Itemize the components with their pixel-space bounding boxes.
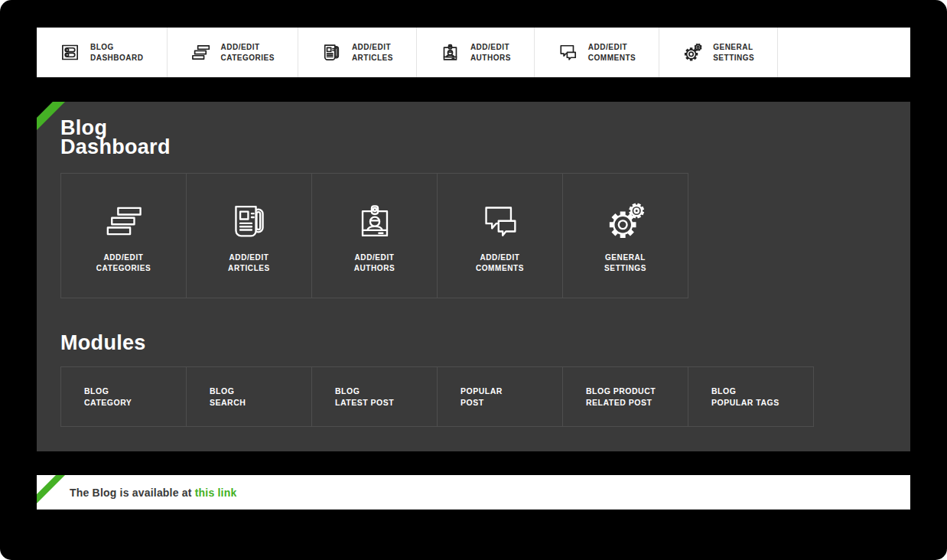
nav-item-label: GENERALSETTINGS	[713, 42, 754, 62]
tile-add-edit-articles[interactable]: ADD/EDITARTICLES	[186, 173, 312, 298]
articles-icon	[229, 200, 270, 242]
modules-tile-grid: BLOGCATEGORY BLOGSEARCH BLOGLATEST POST …	[60, 366, 814, 427]
module-blog-latest-post[interactable]: BLOGLATEST POST	[311, 366, 438, 427]
nav-item-add-edit-categories[interactable]: ADD/EDITCATEGORIES	[168, 28, 298, 77]
modules-title: Modules	[60, 331, 146, 354]
tile-label: ADD/EDITAUTHORS	[354, 252, 395, 274]
module-blog-category[interactable]: BLOGCATEGORY	[60, 366, 187, 427]
settings-icon	[682, 42, 703, 63]
tile-add-edit-comments[interactable]: ADD/EDITCOMMENTS	[437, 173, 563, 298]
authors-icon	[354, 200, 395, 242]
nav-item-add-edit-comments[interactable]: ADD/EDITCOMMENTS	[535, 28, 659, 77]
dashboard-tile-grid: ADD/EDITCATEGORIES ADD/EDITARTICLES ADD/…	[60, 173, 688, 298]
tile-label: ADD/EDITARTICLES	[228, 252, 270, 274]
module-popular-post[interactable]: POPULARPOST	[437, 366, 563, 427]
nav-item-label: BLOGDASHBOARD	[90, 42, 144, 62]
tile-label: GENERALSETTINGS	[604, 252, 646, 274]
comments-icon	[480, 200, 521, 242]
dashboard-icon	[60, 42, 80, 63]
module-label: POPULARPOST	[460, 386, 556, 408]
module-blog-product-related-post[interactable]: BLOG PRODUCTRELATED POST	[562, 366, 688, 427]
tile-label: ADD/EDITCOMMENTS	[476, 252, 524, 274]
nav-item-general-settings[interactable]: GENERALSETTINGS	[659, 28, 778, 77]
nav-item-label: ADD/EDITARTICLES	[352, 42, 393, 62]
tile-label: ADD/EDITCATEGORIES	[96, 252, 151, 274]
nav-item-add-edit-authors[interactable]: ADD/EDITAUTHORS	[417, 28, 535, 77]
module-blog-popular-tags[interactable]: BLOGPOPULAR TAGS	[688, 366, 814, 427]
module-label: BLOGSEARCH	[210, 386, 305, 408]
app-frame: BLOGDASHBOARD ADD/EDITCATEGORIES ADD/EDI…	[0, 0, 947, 560]
dashboard-panel: Blog Dashboard ADD/EDITCATEGORIES ADD/ED…	[37, 102, 910, 451]
comments-icon	[558, 42, 578, 63]
corner-ribbon-icon	[37, 475, 67, 506]
tile-general-settings[interactable]: GENERALSETTINGS	[562, 173, 688, 298]
nav-item-blog-dashboard[interactable]: BLOGDASHBOARD	[37, 28, 168, 77]
authors-icon	[440, 42, 460, 63]
module-blog-search[interactable]: BLOGSEARCH	[186, 366, 312, 427]
settings-icon	[605, 200, 646, 242]
articles-icon	[321, 42, 342, 63]
module-label: BLOGLATEST POST	[335, 386, 431, 408]
tile-add-edit-authors[interactable]: ADD/EDITAUTHORS	[311, 173, 438, 298]
top-navbar: BLOGDASHBOARD ADD/EDITCATEGORIES ADD/EDI…	[37, 28, 910, 77]
nav-item-add-edit-articles[interactable]: ADD/EDITARTICLES	[298, 28, 417, 77]
nav-item-label: ADD/EDITCATEGORIES	[221, 42, 275, 62]
categories-icon	[190, 42, 211, 63]
footer-link[interactable]: this link	[195, 487, 237, 499]
page-title: Blog Dashboard	[60, 119, 171, 157]
nav-item-label: ADD/EDITCOMMENTS	[588, 42, 636, 62]
module-label: BLOG PRODUCTRELATED POST	[586, 386, 682, 408]
footer-text: The Blog is available at this link	[70, 487, 236, 499]
nav-item-label: ADD/EDITAUTHORS	[470, 42, 511, 62]
module-label: BLOGCATEGORY	[84, 386, 180, 408]
footer-bar: The Blog is available at this link	[37, 475, 910, 510]
module-label: BLOGPOPULAR TAGS	[711, 386, 807, 408]
categories-icon	[103, 200, 145, 242]
tile-add-edit-categories[interactable]: ADD/EDITCATEGORIES	[60, 173, 187, 298]
